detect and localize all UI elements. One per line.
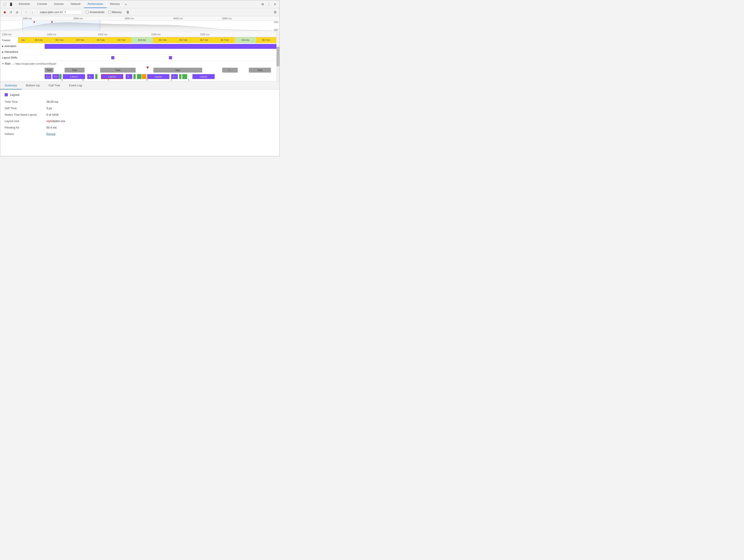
tab-memory[interactable]: Memory bbox=[107, 0, 123, 8]
tab-summary[interactable]: Summary bbox=[0, 81, 22, 89]
interactions-label[interactable]: ▶ Interactions bbox=[0, 50, 45, 53]
frame-12: 16.7 ms bbox=[256, 37, 276, 43]
subtask-pt-2[interactable]: P... bbox=[87, 74, 94, 79]
subtask-pt-1[interactable]: P..t bbox=[52, 74, 59, 79]
dot-2 bbox=[83, 79, 83, 81]
dot-5 bbox=[171, 79, 172, 81]
total-time-value: 28.30 ms bbox=[46, 100, 58, 104]
tick-1000: 1000 ms bbox=[23, 17, 32, 20]
initiator-value[interactable]: Reveal bbox=[46, 132, 55, 136]
animation-label-text: Animation bbox=[4, 45, 16, 48]
url-selector[interactable]: output.jsbin.com #1 ▼ bbox=[38, 10, 82, 14]
subtask-lt[interactable]: L..t bbox=[45, 74, 51, 79]
tab-elements[interactable]: Elements bbox=[15, 0, 34, 8]
summary-title: Layout bbox=[10, 93, 19, 97]
download-button[interactable]: ↓ bbox=[30, 9, 35, 15]
subtask-layout-2[interactable]: Layout bbox=[147, 74, 170, 79]
tab-performance[interactable]: Performance bbox=[84, 0, 107, 8]
separator-1 bbox=[22, 10, 22, 15]
subtask-green-4 bbox=[137, 74, 141, 79]
tasks-content: Task Task Task Task T... Task bbox=[45, 67, 276, 74]
memory-checkbox[interactable]: Memory bbox=[108, 11, 122, 14]
frame-8: 16.7 ms bbox=[173, 37, 194, 43]
subtask-layout-1[interactable]: Layout bbox=[63, 74, 85, 79]
frame-0: ms bbox=[18, 37, 28, 43]
tab-sources[interactable]: Sources bbox=[50, 0, 67, 8]
self-time-row: Self Time 5 μs bbox=[5, 107, 275, 110]
task-5[interactable]: T... bbox=[222, 68, 238, 73]
frame-9: 16.7 ms bbox=[194, 37, 214, 43]
dot-1 bbox=[62, 79, 62, 81]
dtick-1450: 1450 ms bbox=[98, 33, 107, 36]
settings-icon[interactable]: ⚙ bbox=[260, 2, 265, 7]
subtask-green-5 bbox=[179, 74, 181, 79]
frames-row: Frames ms 16.6 ms 16.7 ms 16.7 ms 16.7 m… bbox=[0, 37, 276, 43]
subtasks-row: L..t P..t Layout P... Layout P... Layout bbox=[0, 74, 276, 81]
checkbox-group: Screenshots Memory 🗑 bbox=[86, 9, 131, 15]
self-time-label: Self Time bbox=[5, 107, 45, 110]
frame-7: 16.7 ms bbox=[152, 37, 173, 43]
task-4[interactable]: Task bbox=[153, 68, 202, 73]
tab-bottom-up[interactable]: Bottom-Up bbox=[22, 81, 44, 89]
tab-event-log[interactable]: Event Log bbox=[65, 81, 86, 89]
overview-timeline[interactable]: 1000 ms 2000 ms 3000 ms 4000 ms 5000 ms bbox=[0, 16, 280, 32]
main-label-text: Main bbox=[5, 62, 11, 65]
screenshots-checkbox[interactable]: Screenshots bbox=[86, 11, 105, 14]
subtask-pt-4[interactable]: P... bbox=[171, 74, 178, 79]
bottom-tabs: Summary Bottom-Up Call Tree Event Log bbox=[0, 81, 280, 89]
reload-button[interactable]: ↺ bbox=[8, 9, 13, 15]
trash-button[interactable]: 🗑 bbox=[125, 9, 131, 15]
animation-label[interactable]: ▶ Animation bbox=[0, 45, 45, 48]
timeline-scrollbar[interactable] bbox=[276, 32, 280, 81]
frame-1: 16.6 ms bbox=[28, 37, 49, 43]
record-toolbar: ⏺ ↺ ⊘ ↑ ↓ output.jsbin.com #1 ▼ Screensh… bbox=[0, 8, 280, 16]
mobile-icon[interactable]: 📱 bbox=[8, 2, 13, 7]
interactions-row: ▶ Interactions bbox=[0, 49, 276, 55]
tasks-row: Task Task Task Task T... Task bbox=[0, 67, 276, 74]
subtask-layout-3[interactable]: Layout bbox=[192, 74, 215, 79]
scrollbar-thumb[interactable] bbox=[276, 47, 280, 66]
dtick-1400: 1400 ms bbox=[47, 33, 56, 36]
task-6[interactable]: Task bbox=[249, 68, 271, 73]
timeline-selection[interactable] bbox=[23, 21, 100, 31]
tab-call-tree[interactable]: Call Tree bbox=[44, 81, 65, 89]
layout-shift-dot-2[interactable] bbox=[169, 56, 172, 59]
frame-4: 16.7 ms bbox=[90, 37, 111, 43]
task-3[interactable]: Task bbox=[100, 68, 136, 73]
clear-button[interactable]: ⊘ bbox=[14, 9, 20, 15]
close-icon[interactable]: ✕ bbox=[272, 2, 278, 7]
screenshots-check-input[interactable] bbox=[86, 11, 88, 13]
record-button[interactable]: ⏺ bbox=[2, 9, 7, 15]
frame-10: 16.7 ms bbox=[214, 37, 235, 43]
expand-arrow-icon: ▶ bbox=[2, 45, 4, 47]
dot-6 bbox=[188, 79, 189, 81]
more-tabs-button[interactable]: » bbox=[123, 0, 128, 8]
layout-shift-dot-1[interactable] bbox=[111, 56, 114, 59]
detail-timeline: 1350 ms 1400 ms 1450 ms 1500 ms 1550 ms … bbox=[0, 32, 280, 81]
subtasks-placeholder bbox=[0, 74, 45, 81]
upload-button[interactable]: ↑ bbox=[24, 9, 29, 15]
main-label[interactable]: ▼ Main — https://output.jsbin.com/elisum… bbox=[0, 62, 45, 65]
tabs-bar: ⬚ 📱 Elements Console Sources Network Per… bbox=[0, 0, 280, 8]
pending-label: Pending for bbox=[5, 126, 45, 129]
subtasks-content: L..t P..t Layout P... Layout P... Layout bbox=[45, 74, 276, 81]
tab-network[interactable]: Network bbox=[67, 0, 84, 8]
layout-root-style: style bbox=[46, 119, 52, 123]
subtask-pt-3[interactable]: P... bbox=[126, 74, 132, 79]
interactions-label-text: Interactions bbox=[4, 50, 18, 53]
memory-check-input[interactable] bbox=[108, 11, 111, 13]
cursor-icon[interactable]: ⬚ bbox=[2, 2, 7, 7]
task-1[interactable]: Task bbox=[45, 68, 53, 73]
cpu-label: CPU bbox=[274, 21, 278, 24]
dtick-1350: 1350 ms bbox=[2, 33, 11, 36]
more-options-icon[interactable]: ⋮ bbox=[266, 2, 271, 7]
initiator-row: Initiator Reveal bbox=[5, 132, 275, 136]
layout-root-label: Layout root bbox=[5, 119, 45, 123]
task-2[interactable]: Task bbox=[65, 68, 84, 73]
frames-cells: ms 16.6 ms 16.7 ms 16.7 ms 16.7 ms 16.7 … bbox=[18, 37, 276, 43]
subtask-layout-selected[interactable]: Layout bbox=[101, 74, 123, 79]
tab-console[interactable]: Console bbox=[34, 0, 50, 8]
settings-right-icon[interactable]: ⚙ bbox=[272, 9, 278, 15]
subtask-green-2 bbox=[95, 74, 98, 79]
tick-4000: 4000 ms bbox=[173, 17, 183, 20]
